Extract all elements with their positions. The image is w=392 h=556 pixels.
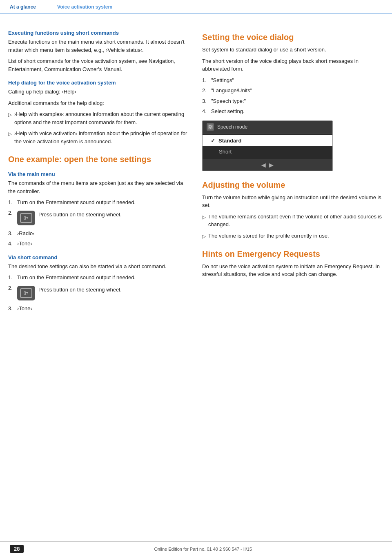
speech-mode-icon	[207, 123, 214, 131]
left-arrow-icon: ◀	[261, 162, 266, 168]
volume-bullet-list: ▷ The volume remains constant even if th…	[202, 213, 384, 240]
section-emergency-title: Hints on Emergency Requests	[202, 249, 384, 259]
voice-dialog-steps: 1. "Settings" 2. "Language/Units" 3. "Sp…	[202, 76, 384, 116]
subtitle-via-main: Via the main menu	[8, 171, 190, 177]
via-short-step-3: 3. ›Tone‹	[8, 305, 190, 313]
via-main-steps: 1. Turn on the Entertainment sound outpu…	[8, 198, 190, 248]
steering-icon-inner: ((ↄ	[20, 213, 32, 223]
via-main-step-1: 1. Turn on the Entertainment sound outpu…	[8, 198, 190, 207]
bullet-arrow-icon-v2: ▷	[202, 233, 206, 240]
section-volume-title: Adjusting the volume	[202, 180, 384, 190]
volume-bullet-1: ▷ The volume remains constant even if th…	[202, 213, 384, 229]
section-help-title: Help dialog for the voice activation sys…	[8, 80, 190, 86]
emergency-para1: Do not use the voice activation system t…	[202, 262, 384, 278]
speech-mode-titlebar: Speech mode	[203, 121, 332, 133]
speech-mode-options: ✓ Standard Short	[203, 133, 332, 159]
via-main-step-4: 4. ›Tone‹	[8, 240, 190, 248]
page-number: 28	[10, 545, 24, 553]
voice-dialog-step-2: 2. "Language/Units"	[202, 87, 384, 95]
footer-center-text: Online Edition for Part no. 01 40 2 960 …	[154, 547, 252, 552]
subtitle-via-short: Via short command	[8, 254, 190, 260]
speech-mode-title: Speech mode	[217, 124, 247, 130]
help-bullet-1: ▷ ›Help with examples‹ announces informa…	[8, 110, 190, 126]
header: At a glance Voice activation system	[0, 0, 392, 13]
via-main-step-2: 2. ((ↄ Press button on the steering whee…	[8, 209, 190, 227]
tab-voice-activation[interactable]: Voice activation system	[47, 2, 124, 11]
section-executing-para2: List of short commands for the voice act…	[8, 57, 190, 73]
right-column: Setting the voice dialog Set system to s…	[202, 23, 384, 316]
svg-rect-2	[210, 128, 211, 129]
via-short-step-1: 1. Turn on the Entertainment sound outpu…	[8, 274, 190, 282]
help-bullet-list: ▷ ›Help with examples‹ announces informa…	[8, 110, 190, 145]
speech-mode-screenshot: Speech mode ✓ Standard Short ◀ ▶	[202, 120, 333, 171]
section-executing-title: Executing functions using short commands	[8, 30, 190, 36]
steering-icon-inner-2: ((ↄ	[20, 288, 32, 298]
section-help-para2: Additional commands for the help dialog:	[8, 99, 190, 107]
para-via-main: The commands of the menu items are spoke…	[8, 179, 190, 195]
para-via-short: The desired tone settings can also be st…	[8, 262, 190, 271]
via-short-step-2: 2. ((ↄ Press button on the steering whee…	[8, 284, 190, 302]
voice-dialog-step-4: 4. Select setting.	[202, 107, 384, 116]
right-arrow-icon: ▶	[269, 162, 274, 168]
volume-bullet-2: ▷ The volume is stored for the profile c…	[202, 232, 384, 240]
via-main-step-3: 3. ›Radio‹	[8, 229, 190, 238]
help-bullet-2: ▷ ›Help with voice activation‹ informati…	[8, 129, 190, 145]
mic-symbol-2: ((ↄ	[24, 290, 29, 296]
checkmark-icon: ✓	[211, 138, 215, 144]
steering-wheel-button-icon: ((ↄ	[17, 211, 35, 225]
section-example-title: One example: open the tone settings	[8, 154, 190, 165]
steering-wheel-button-icon-2: ((ↄ	[17, 286, 35, 300]
speech-mode-option-standard[interactable]: ✓ Standard	[203, 135, 332, 146]
voice-dialog-para1: Set system to standard dialog or use a s…	[202, 46, 384, 54]
section-voice-dialog-title: Setting the voice dialog	[202, 32, 384, 42]
tab-at-a-glance[interactable]: At a glance	[0, 2, 47, 11]
mic-symbol: ((ↄ	[24, 215, 29, 221]
via-short-steps: 1. Turn on the Entertainment sound outpu…	[8, 274, 190, 312]
steering-btn-row-2: ((ↄ Press button on the steering wheel.	[17, 286, 122, 300]
voice-dialog-step-1: 1. "Settings"	[202, 76, 384, 85]
footer: 28 Online Edition for Part no. 01 40 2 9…	[0, 541, 392, 556]
main-content: Executing functions using short commands…	[0, 13, 392, 332]
bullet-arrow-icon-v1: ▷	[202, 214, 206, 221]
speech-mode-option-short[interactable]: Short	[203, 146, 332, 157]
bullet-arrow-icon: ▷	[8, 130, 12, 138]
volume-para1: Turn the volume button while giving an i…	[202, 193, 384, 209]
voice-dialog-step-3: 3. "Speech type:"	[202, 97, 384, 105]
speech-mode-nav: ◀ ▶	[203, 159, 332, 171]
section-executing-para1: Execute functions on the main menu via s…	[8, 38, 190, 54]
bullet-arrow-icon: ▷	[8, 111, 12, 118]
voice-dialog-para2: The short version of the voice dialog pl…	[202, 57, 384, 73]
left-column: Executing functions using short commands…	[8, 23, 190, 316]
steering-btn-row: ((ↄ Press button on the steering wheel.	[17, 211, 122, 225]
section-help-para1: Calling up help dialog: ›Help‹	[8, 88, 190, 96]
